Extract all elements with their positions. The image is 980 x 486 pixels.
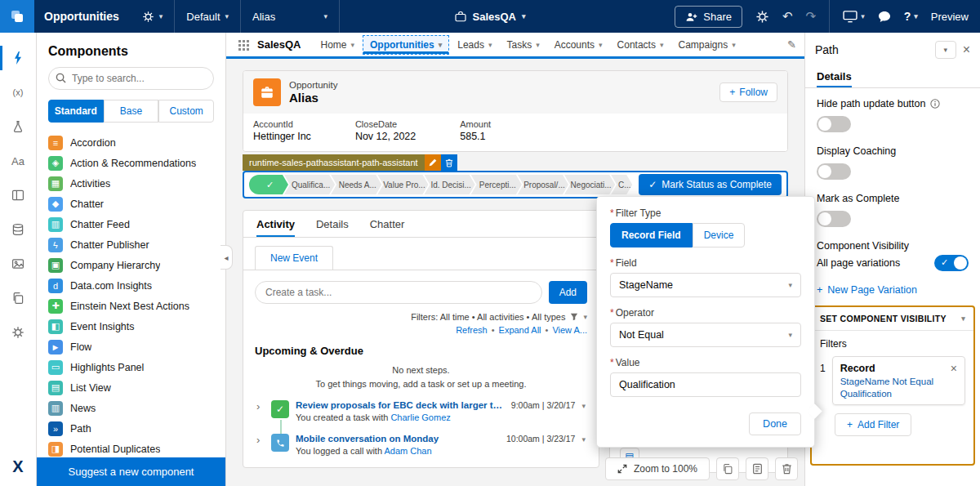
component-item[interactable]: ◈Action & Recommendations: [48, 153, 214, 173]
components-search-input[interactable]: [48, 67, 214, 90]
tab-details[interactable]: Details: [316, 211, 349, 237]
paste-button[interactable]: [746, 457, 768, 480]
path-stage[interactable]: Qualifica...: [284, 175, 335, 194]
component-item[interactable]: ϟChatter Publisher: [48, 234, 214, 255]
chevron-down-icon[interactable]: ▾: [583, 313, 587, 321]
new-event-tab[interactable]: New Event: [255, 246, 333, 270]
test-tool-button[interactable]: [0, 109, 37, 144]
visibility-filter-card[interactable]: Record × StageName Not Equal Qualificati…: [832, 356, 965, 405]
path-component-selected[interactable]: ✓ Qualifica... Needs A... Value Pro... I…: [243, 171, 788, 198]
settings-tool-button[interactable]: [0, 315, 37, 350]
path-stage-complete[interactable]: ✓: [249, 175, 288, 194]
create-task-input[interactable]: [255, 281, 542, 304]
info-icon[interactable]: [930, 99, 940, 109]
data-tool-button[interactable]: [0, 212, 37, 247]
remove-filter-icon[interactable]: ×: [951, 363, 957, 374]
done-button[interactable]: Done: [749, 412, 801, 435]
collapse-components-button[interactable]: ◂: [220, 245, 233, 270]
component-item[interactable]: ▦Activities: [48, 173, 214, 194]
pages-tool-button[interactable]: [0, 281, 37, 315]
component-item[interactable]: ▥News: [48, 398, 214, 418]
component-item[interactable]: ▣Company Hierarchy: [48, 255, 214, 275]
display-coaching-toggle[interactable]: [817, 163, 851, 180]
feedback-button[interactable]: [878, 11, 891, 23]
path-stage[interactable]: Id. Decisi...: [425, 175, 475, 194]
edit-component-button[interactable]: [425, 154, 441, 171]
images-tool-button[interactable]: [0, 247, 37, 281]
builder-gear-button[interactable]: [755, 10, 769, 24]
record-field-option[interactable]: Record Field: [610, 223, 693, 247]
value-input[interactable]: [610, 372, 801, 397]
brand-x-icon[interactable]: X: [12, 457, 23, 476]
record-selector[interactable]: Alias ▾: [241, 0, 339, 33]
edit-nav-pencil-icon[interactable]: ✎: [787, 38, 796, 51]
component-item[interactable]: ◆Chatter: [48, 194, 214, 214]
formula-tool-button[interactable]: (x): [0, 75, 37, 109]
task-title-link[interactable]: Review proposals for EBC deck with large…: [296, 400, 505, 410]
tab-standard[interactable]: Standard: [48, 100, 104, 123]
device-preview-selector[interactable]: ▾: [843, 11, 865, 23]
device-option[interactable]: Device: [693, 223, 746, 247]
refresh-link[interactable]: Refresh: [456, 325, 488, 335]
copy-button[interactable]: [716, 457, 739, 480]
preview-button[interactable]: Preview: [931, 11, 969, 23]
chevron-down-icon[interactable]: ▾: [581, 402, 586, 410]
component-item[interactable]: dData.com Insights: [48, 275, 214, 296]
tab-details[interactable]: Details: [817, 65, 852, 87]
view-all-link[interactable]: View A...: [552, 325, 587, 335]
path-stage[interactable]: Negociati...: [564, 175, 615, 194]
nav-tab-campaigns[interactable]: Campaigns▾: [671, 36, 742, 54]
path-stage[interactable]: Proposal/...: [518, 175, 568, 194]
add-task-button[interactable]: Add: [549, 281, 587, 304]
nav-tab-opportunities[interactable]: Opportunities▾: [363, 35, 449, 55]
app-builder-logo-icon[interactable]: [0, 0, 34, 33]
panel-menu-dropdown[interactable]: ▾: [935, 41, 956, 59]
redo-button[interactable]: ↷: [806, 9, 817, 24]
text-style-button[interactable]: Aa: [0, 144, 37, 178]
tab-base[interactable]: Base: [104, 100, 159, 123]
lightning-builder-button[interactable]: [0, 41, 37, 75]
delete-component-button[interactable]: [441, 154, 457, 171]
app-launcher-icon[interactable]: [238, 39, 249, 51]
chevron-down-icon[interactable]: ▾: [581, 435, 586, 444]
task-title-link[interactable]: Mobile conversation on Monday: [296, 434, 500, 444]
mark-as-complete-toggle[interactable]: [817, 211, 851, 227]
suggest-component-button[interactable]: Suggest a new component: [37, 457, 225, 486]
component-item[interactable]: ▤List View: [48, 377, 214, 398]
visibility-section-header[interactable]: SET COMPONENT VISIBILITY ▾: [812, 307, 973, 331]
page-variation-selector[interactable]: Default ▾: [175, 0, 240, 33]
component-item[interactable]: ◨Potential Duplicates: [48, 439, 214, 457]
hide-path-update-toggle[interactable]: [817, 116, 851, 132]
path-stage[interactable]: Percepti...: [471, 175, 522, 194]
tab-chatter[interactable]: Chatter: [370, 211, 405, 237]
nav-tab-accounts[interactable]: Accounts▾: [548, 36, 609, 54]
expand-chevron-icon[interactable]: ›: [256, 434, 265, 456]
path-stage[interactable]: Needs A...: [331, 175, 381, 194]
close-icon[interactable]: ×: [963, 43, 970, 56]
tab-activity[interactable]: Activity: [256, 211, 295, 237]
component-item[interactable]: ▥Chatter Feed: [48, 214, 214, 234]
delete-button[interactable]: [775, 457, 798, 480]
component-item[interactable]: ►Flow: [48, 337, 214, 357]
help-menu[interactable]: ? ▾: [904, 10, 918, 23]
operator-select[interactable]: Not Equal ▾: [610, 323, 801, 347]
zoom-button[interactable]: Zoom to 100%: [605, 457, 710, 480]
component-item[interactable]: »Path: [48, 418, 214, 439]
component-item[interactable]: ◧Event Insights: [48, 316, 214, 337]
expand-all-link[interactable]: Expand All: [499, 325, 541, 335]
follow-button[interactable]: + Follow: [719, 82, 777, 102]
funnel-icon[interactable]: [570, 313, 578, 321]
app-selector[interactable]: SalesQA ▾: [454, 11, 525, 23]
path-stage[interactable]: Value Pro...: [377, 175, 428, 194]
component-item[interactable]: ▭Highlights Panel: [48, 357, 214, 377]
layout-tool-button[interactable]: [0, 178, 37, 212]
expand-chevron-icon[interactable]: ›: [256, 400, 265, 422]
all-page-variations-toggle[interactable]: [934, 255, 969, 271]
component-item[interactable]: ✚Einstein Next Best Actions: [48, 296, 214, 316]
mark-status-complete-button[interactable]: ✓ Mark Status as Complete: [639, 174, 782, 195]
nav-tab-home[interactable]: Home▾: [314, 36, 361, 54]
nav-tab-contacts[interactable]: Contacts▾: [611, 36, 670, 54]
contact-link[interactable]: Charlie Gomez: [390, 412, 450, 422]
builder-settings-menu[interactable]: ▾: [131, 0, 175, 33]
undo-button[interactable]: ↶: [782, 9, 793, 24]
